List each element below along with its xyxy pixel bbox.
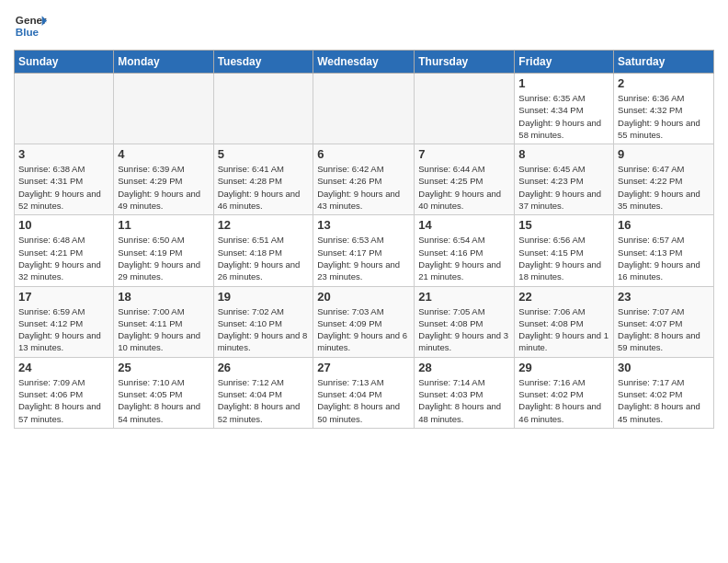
calendar-cell [15,74,114,144]
day-number: 11 [118,218,209,232]
calendar-cell: 12Sunrise: 6:51 AM Sunset: 4:18 PM Dayli… [213,215,313,286]
weekday-header-thursday: Thursday [415,51,515,74]
weekday-header-saturday: Saturday [614,51,714,74]
calendar-cell: 10Sunrise: 6:48 AM Sunset: 4:21 PM Dayli… [15,215,114,286]
day-info: Sunrise: 7:06 AM Sunset: 4:08 PM Dayligh… [518,305,609,354]
day-info: Sunrise: 6:44 AM Sunset: 4:25 PM Dayligh… [418,163,510,212]
calendar-cell [313,74,415,144]
calendar-cell: 29Sunrise: 7:16 AM Sunset: 4:02 PM Dayli… [515,357,614,428]
day-number: 14 [418,218,510,232]
weekday-header-tuesday: Tuesday [213,51,313,74]
calendar-cell: 22Sunrise: 7:06 AM Sunset: 4:08 PM Dayli… [515,286,614,357]
calendar-cell: 3Sunrise: 6:38 AM Sunset: 4:31 PM Daylig… [15,144,114,215]
week-row-2: 3Sunrise: 6:38 AM Sunset: 4:31 PM Daylig… [15,144,714,215]
weekday-header-wednesday: Wednesday [313,51,415,74]
calendar-cell: 2Sunrise: 6:36 AM Sunset: 4:32 PM Daylig… [614,74,714,144]
day-info: Sunrise: 6:42 AM Sunset: 4:26 PM Dayligh… [317,163,410,212]
day-number: 4 [118,147,209,161]
day-number: 28 [418,361,510,374]
day-number: 9 [618,147,710,161]
calendar-cell: 26Sunrise: 7:12 AM Sunset: 4:04 PM Dayli… [213,357,313,428]
day-number: 30 [618,361,710,374]
calendar-cell: 21Sunrise: 7:05 AM Sunset: 4:08 PM Dayli… [415,286,515,357]
page-header: General Blue [14,9,714,42]
day-info: Sunrise: 6:41 AM Sunset: 4:28 PM Dayligh… [218,163,310,212]
day-number: 20 [317,290,410,304]
day-info: Sunrise: 7:09 AM Sunset: 4:06 PM Dayligh… [18,376,109,425]
day-info: Sunrise: 7:00 AM Sunset: 4:11 PM Dayligh… [118,305,209,354]
day-number: 27 [317,361,410,374]
day-number: 6 [317,147,410,161]
day-number: 23 [618,290,710,304]
day-number: 2 [618,76,710,90]
day-number: 10 [18,218,109,232]
weekday-header-sunday: Sunday [15,51,114,74]
day-info: Sunrise: 6:54 AM Sunset: 4:16 PM Dayligh… [418,234,510,282]
day-number: 5 [218,147,310,161]
day-number: 7 [418,147,510,161]
day-number: 17 [18,290,109,304]
calendar-cell: 1Sunrise: 6:35 AM Sunset: 4:34 PM Daylig… [515,74,614,144]
calendar-cell: 24Sunrise: 7:09 AM Sunset: 4:06 PM Dayli… [15,357,114,428]
day-info: Sunrise: 7:05 AM Sunset: 4:08 PM Dayligh… [418,305,510,354]
calendar-cell: 23Sunrise: 7:07 AM Sunset: 4:07 PM Dayli… [614,286,714,357]
calendar-cell: 17Sunrise: 6:59 AM Sunset: 4:12 PM Dayli… [15,286,114,357]
calendar-cell: 15Sunrise: 6:56 AM Sunset: 4:15 PM Dayli… [515,215,614,286]
calendar-cell: 8Sunrise: 6:45 AM Sunset: 4:23 PM Daylig… [515,144,614,215]
day-number: 29 [518,361,609,374]
day-info: Sunrise: 7:02 AM Sunset: 4:10 PM Dayligh… [218,305,310,354]
calendar-cell: 16Sunrise: 6:57 AM Sunset: 4:13 PM Dayli… [614,215,714,286]
day-info: Sunrise: 6:36 AM Sunset: 4:32 PM Dayligh… [618,92,710,141]
calendar-cell: 28Sunrise: 7:14 AM Sunset: 4:03 PM Dayli… [415,357,515,428]
calendar-cell: 20Sunrise: 7:03 AM Sunset: 4:09 PM Dayli… [313,286,415,357]
calendar-cell: 5Sunrise: 6:41 AM Sunset: 4:28 PM Daylig… [213,144,313,215]
day-info: Sunrise: 7:13 AM Sunset: 4:04 PM Dayligh… [317,376,410,425]
calendar-cell: 30Sunrise: 7:17 AM Sunset: 4:02 PM Dayli… [614,357,714,428]
day-number: 18 [118,290,209,304]
day-info: Sunrise: 6:50 AM Sunset: 4:19 PM Dayligh… [118,234,209,282]
day-info: Sunrise: 7:07 AM Sunset: 4:07 PM Dayligh… [618,305,710,354]
calendar-cell: 13Sunrise: 6:53 AM Sunset: 4:17 PM Dayli… [313,215,415,286]
day-number: 15 [518,218,609,232]
day-number: 22 [518,290,609,304]
day-info: Sunrise: 6:35 AM Sunset: 4:34 PM Dayligh… [518,92,609,141]
calendar-cell: 27Sunrise: 7:13 AM Sunset: 4:04 PM Dayli… [313,357,415,428]
day-info: Sunrise: 7:17 AM Sunset: 4:02 PM Dayligh… [618,376,710,425]
day-info: Sunrise: 7:16 AM Sunset: 4:02 PM Dayligh… [518,376,609,425]
day-number: 1 [518,76,609,90]
day-info: Sunrise: 7:12 AM Sunset: 4:04 PM Dayligh… [218,376,310,425]
calendar-cell: 4Sunrise: 6:39 AM Sunset: 4:29 PM Daylig… [114,144,213,215]
day-info: Sunrise: 7:14 AM Sunset: 4:03 PM Dayligh… [418,376,510,425]
calendar-cell: 14Sunrise: 6:54 AM Sunset: 4:16 PM Dayli… [415,215,515,286]
day-info: Sunrise: 6:51 AM Sunset: 4:18 PM Dayligh… [218,234,310,282]
day-number: 16 [618,218,710,232]
calendar-cell [415,74,515,144]
day-number: 24 [18,361,109,374]
day-number: 25 [118,361,209,374]
logo-icon: General Blue [14,9,47,42]
calendar-cell [114,74,213,144]
day-info: Sunrise: 6:39 AM Sunset: 4:29 PM Dayligh… [118,163,209,212]
day-number: 13 [317,218,410,232]
calendar-cell: 6Sunrise: 6:42 AM Sunset: 4:26 PM Daylig… [313,144,415,215]
day-number: 12 [218,218,310,232]
day-number: 8 [518,147,609,161]
logo: General Blue [14,9,47,42]
weekday-header-row: SundayMondayTuesdayWednesdayThursdayFrid… [15,51,714,74]
calendar-cell: 9Sunrise: 6:47 AM Sunset: 4:22 PM Daylig… [614,144,714,215]
calendar-cell: 25Sunrise: 7:10 AM Sunset: 4:05 PM Dayli… [114,357,213,428]
day-info: Sunrise: 6:59 AM Sunset: 4:12 PM Dayligh… [18,305,109,354]
calendar-table: SundayMondayTuesdayWednesdayThursdayFrid… [14,50,714,429]
day-number: 21 [418,290,510,304]
calendar-cell: 19Sunrise: 7:02 AM Sunset: 4:10 PM Dayli… [213,286,313,357]
day-info: Sunrise: 6:53 AM Sunset: 4:17 PM Dayligh… [317,234,410,282]
calendar-cell: 18Sunrise: 7:00 AM Sunset: 4:11 PM Dayli… [114,286,213,357]
calendar-cell [213,74,313,144]
day-info: Sunrise: 6:48 AM Sunset: 4:21 PM Dayligh… [18,234,109,282]
week-row-3: 10Sunrise: 6:48 AM Sunset: 4:21 PM Dayli… [15,215,714,286]
day-info: Sunrise: 6:57 AM Sunset: 4:13 PM Dayligh… [618,234,710,282]
day-info: Sunrise: 6:56 AM Sunset: 4:15 PM Dayligh… [518,234,609,282]
weekday-header-monday: Monday [114,51,213,74]
week-row-4: 17Sunrise: 6:59 AM Sunset: 4:12 PM Dayli… [15,286,714,357]
day-info: Sunrise: 6:47 AM Sunset: 4:22 PM Dayligh… [618,163,710,212]
